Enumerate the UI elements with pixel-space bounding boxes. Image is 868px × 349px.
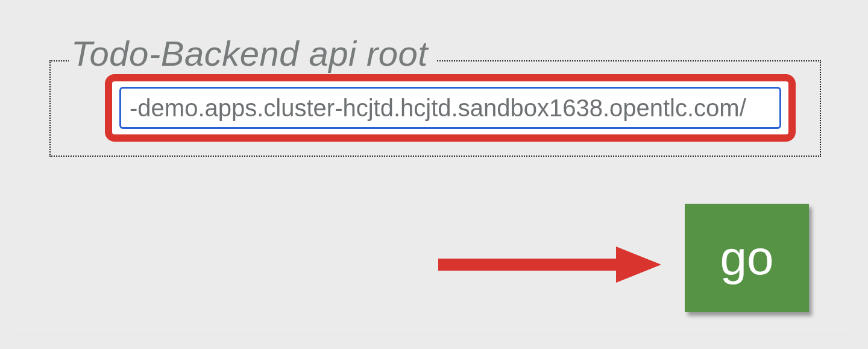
svg-marker-1	[616, 247, 661, 283]
api-root-input[interactable]	[119, 87, 781, 129]
go-button[interactable]: go	[685, 204, 809, 312]
fieldset-legend: Todo-Backend api root	[69, 34, 436, 73]
arrow-right-icon	[435, 244, 664, 286]
content-card: Todo-Backend api root go	[14, 14, 854, 334]
